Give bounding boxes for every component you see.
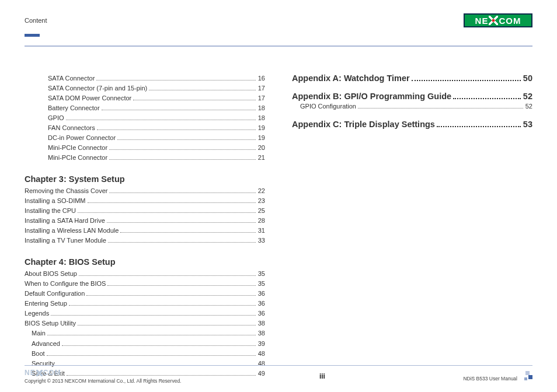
toc-entry[interactable]: When to Configure the BIOS35 <box>25 279 265 289</box>
chapter-3-heading: Chapter 3: System Setup <box>25 174 265 184</box>
toc-entry[interactable]: Installing a SATA Hard Drive28 <box>25 216 265 226</box>
rule-line <box>25 46 532 47</box>
section-label: Content <box>25 17 47 24</box>
toc-entry[interactable]: Mini-PCIe Connector20 <box>25 143 265 153</box>
rule-accent <box>25 34 40 37</box>
toc-entry[interactable]: Default Configuration36 <box>25 289 265 299</box>
chapter-4-heading: Chapter 4: BIOS Setup <box>25 257 265 267</box>
toc-entry[interactable]: FAN Connectors19 <box>25 123 265 133</box>
footer-decoration-icon <box>522 371 532 382</box>
toc-entry[interactable]: Installing a SO-DIMM23 <box>25 196 265 206</box>
toc-entry[interactable]: BIOS Setup Utility38 <box>25 318 265 328</box>
appendix-a-heading[interactable]: Appendix A: Watchdog Timer50 <box>292 74 532 83</box>
toc-entry[interactable]: Main38 <box>25 328 265 338</box>
toc-entry[interactable]: Mini-PCIe Connector21 <box>25 153 265 163</box>
footer-logo: NECOM <box>25 369 181 377</box>
toc-entry[interactable]: Installing a TV Tuner Module33 <box>25 236 265 246</box>
page-header: Content NECOM <box>25 10 532 30</box>
footer-rule <box>25 365 532 366</box>
footer-row: NECOM Copyright © 2013 NEXCOM Internatio… <box>25 369 532 384</box>
logo-x-icon <box>489 16 498 25</box>
logo-x-icon <box>36 370 43 376</box>
toc-entry[interactable]: GPIO Configuration52 <box>292 102 532 111</box>
footer-left: NECOM Copyright © 2013 NEXCOM Internatio… <box>25 369 181 384</box>
toc-columns: SATA Connector16 SATA Connector (7-pin a… <box>25 74 532 379</box>
appendix-b-heading[interactable]: Appendix B: GPI/O Programming Guide52 <box>292 92 532 102</box>
nexcom-logo: NECOM <box>464 13 532 27</box>
toc-entry[interactable]: SATA Connector (7-pin and 15-pin)17 <box>25 83 265 93</box>
toc-entry[interactable]: GPIO18 <box>25 113 265 123</box>
logo-text: NECOM <box>475 16 521 26</box>
toc-entry[interactable]: Installing a Wireless LAN Module31 <box>25 226 265 236</box>
page-footer: NECOM Copyright © 2013 NEXCOM Internatio… <box>25 365 532 384</box>
toc-entry[interactable]: SATA Connector16 <box>25 74 265 83</box>
doc-title: NDiS B533 User Manual <box>463 376 517 382</box>
toc-entry[interactable]: SATA DOM Power Connector17 <box>25 93 265 103</box>
toc-entry[interactable]: Entering Setup36 <box>25 299 265 309</box>
toc-entry[interactable]: Installing the CPU25 <box>25 206 265 216</box>
toc-entry[interactable]: Battery Connector18 <box>25 103 265 113</box>
toc-entry[interactable]: DC-in Power Connector19 <box>25 133 265 143</box>
toc-entry[interactable]: About BIOS Setup35 <box>25 269 265 279</box>
toc-entry[interactable]: Advanced39 <box>25 339 265 349</box>
toc-col-left: SATA Connector16 SATA Connector (7-pin a… <box>25 74 265 379</box>
toc-col-right: Appendix A: Watchdog Timer50 Appendix B:… <box>292 74 532 379</box>
toc-entry[interactable]: Legends36 <box>25 309 265 318</box>
footer-right: NDiS B533 User Manual <box>463 371 532 382</box>
toc-entry[interactable]: Removing the Chassis Cover22 <box>25 186 265 196</box>
header-rule <box>25 34 532 47</box>
page-number: iii <box>319 372 325 380</box>
toc-entry[interactable]: Boot48 <box>25 349 265 359</box>
appendix-c-heading[interactable]: Appendix C: Triple Display Settings53 <box>292 120 532 130</box>
copyright-text: Copyright © 2013 NEXCOM International Co… <box>25 378 181 384</box>
